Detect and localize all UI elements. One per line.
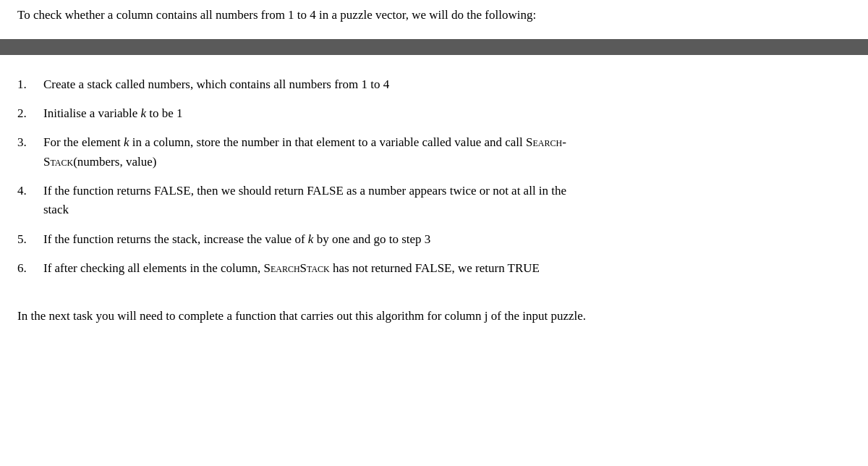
step-content: If after checking all elements in the co… xyxy=(43,259,851,278)
step-number: 3. xyxy=(17,133,43,152)
step-number: 6. xyxy=(17,259,43,278)
intro-text: To check whether a column contains all n… xyxy=(17,6,851,25)
smallcaps-searchstack: Search- xyxy=(526,135,566,149)
step-content: Initialise a variable k to be 1 xyxy=(43,104,851,123)
italic-k: k xyxy=(141,106,147,120)
step-number: 4. xyxy=(17,182,43,200)
list-item: 4. If the function returns FALSE, then w… xyxy=(17,182,851,220)
footer-text: In the next task you will need to comple… xyxy=(0,302,868,326)
list-item: 1. Create a stack called numbers, which … xyxy=(17,75,851,94)
list-item: 3. For the element k in a column, store … xyxy=(17,133,851,171)
italic-k: k xyxy=(124,135,129,149)
page-container: To check whether a column contains all n… xyxy=(0,0,868,466)
step-number: 5. xyxy=(17,230,43,249)
list-item: 2. Initialise a variable k to be 1 xyxy=(17,104,851,123)
step-content: Create a stack called numbers, which con… xyxy=(43,75,851,94)
step-content: For the element k in a column, store the… xyxy=(43,133,851,171)
content-section: 1. Create a stack called numbers, which … xyxy=(0,55,868,303)
step-continuation: Stack(numbers, value) xyxy=(43,153,851,171)
smallcaps-searchstack-2: SearchStack xyxy=(263,261,329,275)
smallcaps-stack: Stack xyxy=(43,155,73,169)
step-number: 1. xyxy=(17,75,43,94)
step-content: If the function returns FALSE, then we s… xyxy=(43,182,851,220)
step-number: 2. xyxy=(17,104,43,123)
italic-k: k xyxy=(308,232,314,246)
list-item: 5. If the function returns the stack, in… xyxy=(17,230,851,249)
step-content: If the function returns the stack, incre… xyxy=(43,230,851,249)
list-item: 6. If after checking all elements in the… xyxy=(17,259,851,278)
step-continuation: stack xyxy=(43,200,851,219)
divider-bar xyxy=(0,39,868,55)
steps-list: 1. Create a stack called numbers, which … xyxy=(17,75,851,279)
intro-section: To check whether a column contains all n… xyxy=(0,0,868,32)
